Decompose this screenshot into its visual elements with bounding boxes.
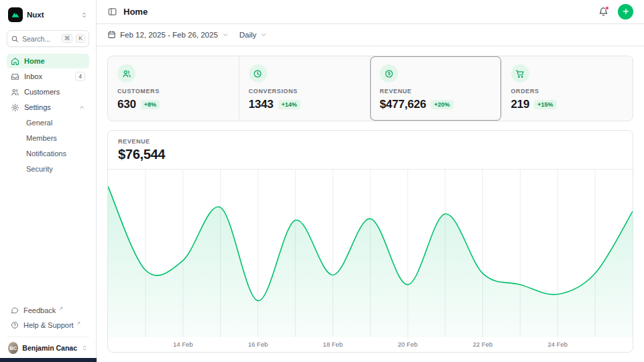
stat-delta-badge: +15% bbox=[534, 100, 556, 109]
conversions-icon bbox=[249, 64, 267, 82]
workspace-name: Nuxt bbox=[27, 11, 76, 19]
feedback-icon bbox=[11, 306, 19, 314]
svg-text:18 Feb: 18 Feb bbox=[323, 341, 343, 348]
svg-text:20 Feb: 20 Feb bbox=[398, 341, 418, 348]
stat-label: REVENUE bbox=[380, 88, 492, 95]
subitem-label: Members bbox=[26, 134, 57, 142]
page-title: Home bbox=[123, 7, 148, 17]
stat-value: $477,626 bbox=[380, 98, 426, 111]
calendar-icon bbox=[107, 30, 116, 39]
cart-icon bbox=[511, 64, 529, 82]
main-area: Home Feb 12, 2025 - Feb 26, 2025 bbox=[97, 0, 644, 362]
chevron-down-icon bbox=[222, 32, 229, 38]
sidebar-item-inbox[interactable]: Inbox 4 bbox=[7, 69, 89, 84]
date-range-label: Feb 12, 2025 - Feb 26, 2025 bbox=[120, 31, 218, 39]
users-icon bbox=[117, 64, 136, 82]
chart-value: $76,544 bbox=[118, 147, 623, 162]
chart-plot-area[interactable]: 14 Feb16 Feb18 Feb20 Feb22 Feb24 Feb bbox=[108, 170, 633, 352]
kbd-k: K bbox=[76, 34, 85, 43]
revenue-chart-card: REVENUE $76,544 14 Feb16 Feb18 Feb20 Feb… bbox=[107, 130, 633, 353]
subitem-label: Notifications bbox=[26, 149, 66, 158]
sidebar-spacer bbox=[7, 176, 89, 303]
help-support-label: Help & Support bbox=[23, 321, 74, 329]
date-range-picker[interactable]: Feb 12, 2025 - Feb 26, 2025 bbox=[107, 30, 229, 39]
chevron-up-icon bbox=[78, 104, 85, 111]
period-label: Daily bbox=[239, 31, 257, 39]
gear-icon bbox=[11, 103, 19, 112]
svg-text:22 Feb: 22 Feb bbox=[473, 341, 493, 348]
chevron-down-icon bbox=[260, 32, 267, 38]
inbox-count-badge: 4 bbox=[75, 72, 85, 81]
svg-text:14 Feb: 14 Feb bbox=[173, 341, 193, 348]
external-link-icon: ↗ bbox=[58, 306, 63, 312]
nuxt-logo-icon bbox=[8, 7, 23, 22]
stat-card-revenue[interactable]: $ REVENUE $477,626 +20% bbox=[370, 56, 502, 121]
stat-value: 1343 bbox=[249, 98, 274, 111]
dollar-icon: $ bbox=[380, 64, 398, 82]
app-root: Nuxt Search... ⌘ K Home bbox=[0, 0, 644, 362]
user-menu[interactable]: BC Benjamin Canac bbox=[7, 337, 89, 358]
stat-label: CUSTOMERS bbox=[117, 88, 229, 95]
stat-label: ORDERS bbox=[511, 88, 624, 95]
user-name: Benjamin Canac bbox=[22, 344, 77, 352]
add-button[interactable] bbox=[618, 4, 633, 19]
notifications-button[interactable] bbox=[598, 7, 608, 17]
stat-card-conversions[interactable]: CONVERSIONS 1343 +14% bbox=[239, 56, 371, 121]
sidebar-item-home[interactable]: Home bbox=[7, 54, 89, 68]
svg-text:16 Feb: 16 Feb bbox=[248, 341, 268, 348]
sidebar-subitem-security[interactable]: Security bbox=[7, 162, 89, 176]
sidebar-nav: Home Inbox 4 Customers Settings bbox=[7, 54, 89, 176]
home-icon bbox=[11, 57, 19, 66]
help-icon bbox=[11, 321, 19, 329]
subitem-label: General bbox=[26, 119, 52, 127]
avatar: BC bbox=[8, 342, 18, 354]
devtools-strip bbox=[0, 358, 97, 362]
chart-label: REVENUE bbox=[118, 138, 623, 145]
chevrons-updown-icon bbox=[81, 345, 88, 351]
sidebar-item-customers[interactable]: Customers bbox=[7, 84, 89, 99]
dashboard-content: CUSTOMERS 630 +8% CONVERSIONS 1343 +14% bbox=[97, 46, 644, 362]
search-placeholder: Search... bbox=[22, 35, 58, 43]
chevrons-updown-icon bbox=[80, 11, 88, 19]
sidebar-subitem-members[interactable]: Members bbox=[7, 131, 89, 145]
stats-row: CUSTOMERS 630 +8% CONVERSIONS 1343 +14% bbox=[107, 56, 633, 121]
svg-text:24 Feb: 24 Feb bbox=[547, 341, 568, 348]
users-icon bbox=[11, 88, 19, 97]
sidebar: Nuxt Search... ⌘ K Home bbox=[0, 0, 97, 362]
subitem-label: Security bbox=[26, 165, 53, 173]
chart-header: REVENUE $76,544 bbox=[108, 131, 633, 170]
sidebar-item-label: Customers bbox=[24, 88, 85, 96]
stat-value: 630 bbox=[117, 98, 136, 111]
stat-delta-badge: +14% bbox=[278, 100, 301, 109]
notification-dot bbox=[605, 6, 609, 10]
sidebar-subitem-general[interactable]: General bbox=[7, 115, 89, 130]
stat-label: CONVERSIONS bbox=[249, 88, 361, 95]
feedback-link[interactable]: Feedback ↗ bbox=[7, 303, 89, 318]
filters-toolbar: Feb 12, 2025 - Feb 26, 2025 Daily bbox=[97, 24, 644, 46]
search-icon bbox=[11, 35, 19, 43]
inbox-icon bbox=[11, 72, 19, 81]
revenue-area-chart: 14 Feb16 Feb18 Feb20 Feb22 Feb24 Feb bbox=[108, 170, 633, 352]
help-support-link[interactable]: Help & Support ↗ bbox=[7, 318, 89, 333]
stat-delta-badge: +8% bbox=[141, 100, 160, 109]
sidebar-item-label: Home bbox=[24, 57, 85, 65]
stat-value: 219 bbox=[511, 98, 530, 111]
stat-delta-badge: +20% bbox=[431, 100, 453, 109]
stat-card-orders[interactable]: ORDERS 219 +15% bbox=[502, 56, 633, 121]
sidebar-item-label: Inbox bbox=[24, 72, 70, 80]
sidebar-subitem-notifications[interactable]: Notifications bbox=[7, 146, 89, 161]
svg-text:$: $ bbox=[388, 71, 390, 76]
stat-card-customers[interactable]: CUSTOMERS 630 +8% bbox=[108, 56, 239, 121]
period-select[interactable]: Daily bbox=[239, 31, 268, 39]
workspace-switcher[interactable]: Nuxt bbox=[7, 6, 89, 25]
page-header: Home bbox=[97, 0, 644, 24]
sidebar-item-settings[interactable]: Settings bbox=[7, 100, 89, 115]
panel-toggle-icon[interactable] bbox=[107, 7, 117, 17]
search-input[interactable]: Search... ⌘ K bbox=[7, 30, 89, 47]
feedback-label: Feedback bbox=[23, 306, 56, 314]
external-link-icon: ↗ bbox=[76, 320, 81, 326]
sidebar-item-label: Settings bbox=[24, 103, 74, 111]
kbd-cmd: ⌘ bbox=[62, 34, 73, 43]
